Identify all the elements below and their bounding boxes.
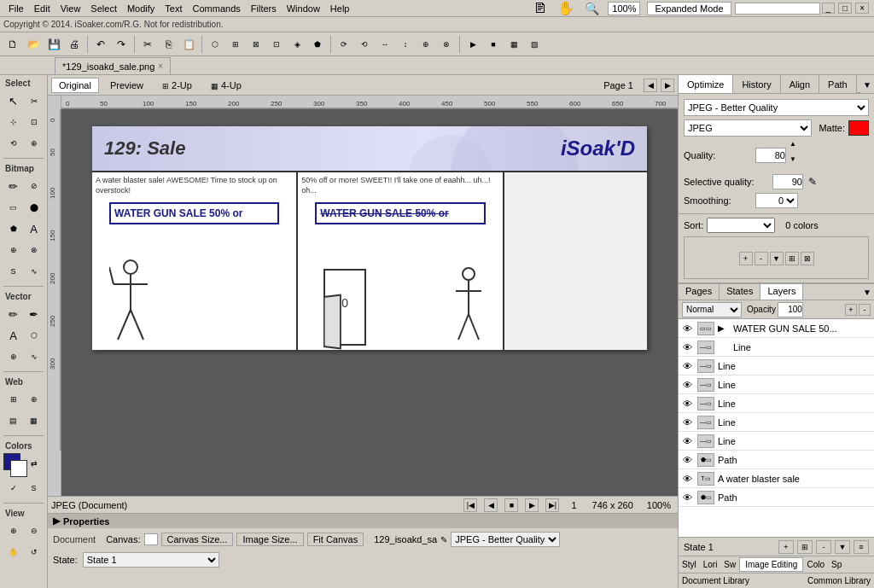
- tool10[interactable]: ↕: [396, 35, 415, 54]
- preview-btn[interactable]: Preview: [102, 78, 151, 93]
- tool2[interactable]: ⊞: [226, 35, 245, 54]
- tool12[interactable]: ⊗: [437, 35, 456, 54]
- color-options-btn[interactable]: ▼: [770, 252, 784, 265]
- layer-eye-7[interactable]: 👁: [680, 453, 694, 467]
- print-btn[interactable]: 🖨: [65, 35, 84, 54]
- selective-edit-btn[interactable]: ✎: [808, 176, 817, 188]
- quality-input[interactable]: 80: [755, 148, 786, 163]
- open-btn[interactable]: 📂: [24, 35, 43, 54]
- tool9[interactable]: ↔: [376, 35, 394, 54]
- layer-expand-0[interactable]: ▶: [718, 323, 730, 333]
- play-btn[interactable]: ▶: [525, 498, 539, 512]
- duplicate-state-btn[interactable]: ⊞: [797, 540, 813, 554]
- polygon-tool[interactable]: ⬟: [3, 218, 23, 239]
- layer-eye-6[interactable]: 👁: [680, 434, 694, 448]
- ellipse-tool[interactable]: ⬤: [24, 197, 44, 218]
- layer-eye-9[interactable]: 👁: [680, 491, 694, 504]
- smudge-tool[interactable]: S: [3, 261, 23, 282]
- image-size-btn[interactable]: Image Size...: [236, 533, 303, 546]
- crop-tool[interactable]: ⊡: [24, 112, 44, 132]
- pencil-tool[interactable]: ✏: [3, 176, 23, 196]
- magic-wand[interactable]: ⊕: [24, 133, 44, 154]
- swap-colors[interactable]: ⇄: [26, 453, 44, 474]
- panel-options-btn[interactable]: ▼: [860, 75, 874, 94]
- stop-btn[interactable]: ■: [504, 498, 518, 512]
- menu-window[interactable]: Window: [282, 3, 325, 14]
- delete-color-btn[interactable]: -: [755, 252, 768, 265]
- layers-options-btn[interactable]: ▼: [860, 284, 874, 300]
- search-box[interactable]: [735, 3, 820, 15]
- doc-library-label[interactable]: Document Library: [682, 576, 807, 585]
- next-page-btn[interactable]: ▶: [661, 79, 674, 92]
- blend-mode-select[interactable]: Normal: [682, 302, 742, 317]
- layer-eye-8[interactable]: 👁: [680, 472, 694, 486]
- selective-input[interactable]: [772, 174, 803, 189]
- tab-layers[interactable]: Layers: [760, 284, 803, 300]
- lori-tab[interactable]: Lori: [700, 558, 721, 571]
- zoom-select[interactable]: 100%: [608, 2, 640, 15]
- type-dropdown[interactable]: JPEG: [684, 119, 812, 137]
- tab-align[interactable]: Align: [781, 75, 819, 93]
- hand-tool[interactable]: ✋: [3, 542, 23, 562]
- state-options-btn[interactable]: ▼: [835, 540, 850, 554]
- tool15[interactable]: ▦: [504, 35, 523, 54]
- tab-states[interactable]: States: [720, 284, 760, 300]
- subselect-tool[interactable]: ✂: [24, 90, 44, 111]
- state-select[interactable]: State 1: [83, 552, 219, 568]
- menu-help[interactable]: Help: [325, 3, 355, 14]
- delete-state-btn[interactable]: -: [816, 540, 831, 554]
- tool16[interactable]: ▧: [525, 35, 544, 54]
- add-color-btn[interactable]: +: [739, 252, 753, 265]
- tab-path[interactable]: Path: [819, 75, 857, 93]
- 4up-btn[interactable]: ▦ 4-Up: [203, 78, 249, 93]
- new-state-btn[interactable]: +: [778, 540, 794, 554]
- maximize-btn[interactable]: □: [838, 3, 852, 14]
- save-btn[interactable]: 💾: [44, 35, 63, 54]
- load-color-btn[interactable]: ⊠: [801, 252, 814, 265]
- tab-pages[interactable]: Pages: [679, 284, 720, 300]
- 2up-btn[interactable]: ⊞ 2-Up: [154, 78, 200, 93]
- reshape-tool[interactable]: ⊕: [3, 346, 23, 367]
- expand-icon[interactable]: ▶: [53, 515, 60, 527]
- zoom-out-tool[interactable]: ⊖: [24, 521, 44, 541]
- menu-edit[interactable]: Edit: [29, 3, 55, 14]
- close-btn[interactable]: ×: [855, 3, 869, 14]
- hotspot-tool[interactable]: ⊞: [3, 389, 23, 410]
- image-editing-tab[interactable]: Image Editing: [739, 557, 803, 572]
- paint-bucket[interactable]: S: [24, 478, 44, 498]
- tool3[interactable]: ⊠: [247, 35, 265, 54]
- active-tab[interactable]: *129_isoakd_sale.png ×: [55, 57, 171, 74]
- reset-tool[interactable]: ↺: [24, 542, 44, 562]
- hide-slices[interactable]: ▤: [3, 410, 23, 431]
- menu-file[interactable]: File: [3, 3, 29, 14]
- format-select[interactable]: JPEG - Better Quality: [451, 532, 560, 547]
- bezier-tool[interactable]: ✒: [24, 304, 44, 324]
- redo-btn[interactable]: ↷: [112, 35, 131, 54]
- knife-tool[interactable]: ∿: [24, 346, 44, 367]
- menu-select[interactable]: Select: [85, 3, 122, 14]
- canvas-color[interactable]: [144, 533, 158, 545]
- undo-btn[interactable]: ↶: [91, 35, 110, 54]
- tool8[interactable]: ⟲: [355, 35, 374, 54]
- text-vector[interactable]: A: [3, 325, 23, 346]
- rect-tool[interactable]: ▭: [3, 197, 23, 218]
- tool4[interactable]: ⊡: [267, 35, 286, 54]
- eraser-tool[interactable]: ⊘: [24, 176, 44, 196]
- tool14[interactable]: ■: [484, 35, 503, 54]
- style-tab[interactable]: Styl: [679, 558, 700, 571]
- minimize-btn[interactable]: _: [822, 3, 836, 14]
- new-btn[interactable]: 🗋: [3, 35, 22, 54]
- tab-history[interactable]: History: [733, 75, 780, 93]
- fit-canvas-btn[interactable]: Fit Canvas: [307, 533, 364, 546]
- copy-btn[interactable]: ⎘: [159, 35, 178, 54]
- prev-page-btn[interactable]: ◀: [644, 79, 657, 92]
- menu-commands[interactable]: Commands: [188, 3, 246, 14]
- tool11[interactable]: ⊕: [417, 35, 435, 54]
- tool5[interactable]: ◈: [288, 35, 306, 54]
- prev-page-btn2[interactable]: ◀: [484, 498, 498, 512]
- menu-view[interactable]: View: [55, 3, 86, 14]
- text-bitmap[interactable]: A: [24, 218, 44, 239]
- scale-tool[interactable]: ⊹: [3, 112, 23, 132]
- first-page-btn[interactable]: |◀: [463, 498, 477, 512]
- layer-eye-1[interactable]: 👁: [680, 341, 694, 354]
